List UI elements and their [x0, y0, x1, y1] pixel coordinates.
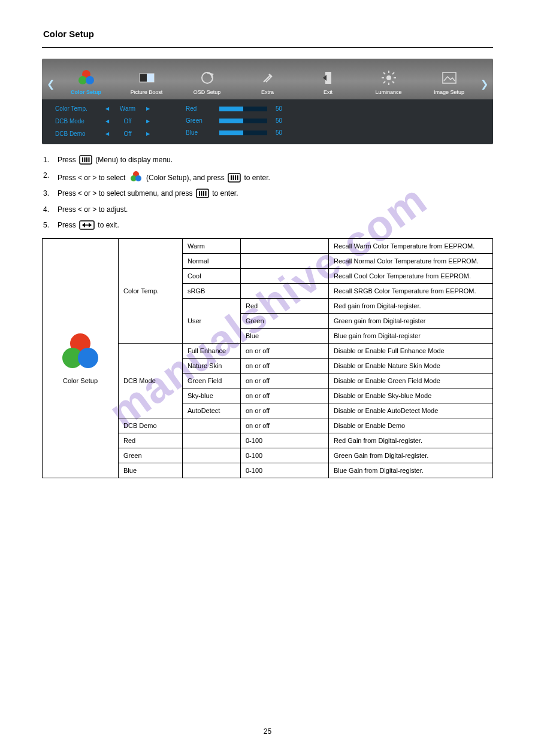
instr-text: Press < or > to adjust.	[58, 205, 128, 214]
cell: Red	[241, 298, 329, 313]
cell: Green Field	[183, 373, 241, 388]
svg-point-1	[78, 76, 87, 84]
svg-point-43	[78, 348, 98, 368]
slider-track[interactable]	[219, 119, 267, 123]
table-icon-cell: Color Setup	[43, 238, 119, 478]
osd-row: Green 50	[186, 117, 282, 124]
svg-line-14	[383, 72, 385, 74]
svg-rect-21	[84, 157, 86, 162]
cell: Recall SRGB Color Temperature from EEPRO…	[329, 283, 493, 298]
cell: on or off	[241, 373, 329, 388]
osd-field-label: Green	[186, 117, 211, 124]
osd-tab-luminance[interactable]: Luminance	[358, 68, 419, 97]
instr-text: Press	[58, 156, 78, 164]
group-name: DCB Mode	[119, 343, 183, 418]
cell: Red Gain from Digital-register.	[329, 433, 493, 448]
cell: Green gain from Digital-register	[329, 313, 493, 328]
instr-text: Press < or > to select	[58, 174, 128, 182]
osd-tab-label: Image Setup	[434, 89, 464, 95]
menu-button-icon	[228, 173, 241, 183]
svg-rect-36	[205, 191, 206, 196]
cell: Disable or Enable Demo	[329, 418, 493, 433]
svg-rect-20	[82, 157, 83, 162]
picture-boost-icon	[139, 68, 155, 88]
cell: Cool	[183, 268, 241, 283]
svg-rect-30	[235, 175, 236, 180]
osd-field-label: DCB Demo	[55, 130, 97, 137]
left-arrow-icon[interactable]: ◀	[105, 119, 109, 124]
svg-rect-31	[237, 175, 238, 180]
right-arrow-icon[interactable]: ▶	[146, 131, 150, 136]
svg-rect-4	[147, 74, 154, 82]
slider-track[interactable]	[219, 130, 267, 135]
instruction-list: 1. Press (Menu) to display menu. 2. Pres…	[43, 155, 493, 230]
group-name: DCB Demo	[119, 418, 183, 433]
osd-tab-exit[interactable]: Exit	[298, 68, 358, 97]
instr-text: to exit.	[98, 221, 119, 229]
cell: on or off	[241, 388, 329, 403]
left-arrow-icon[interactable]: ◀	[105, 131, 109, 136]
color-setup-icon	[56, 332, 104, 372]
color-setup-icon	[76, 68, 96, 88]
osd-field-value: 50	[276, 129, 282, 136]
cell	[183, 463, 241, 478]
svg-rect-22	[86, 157, 87, 162]
table-icon-caption: Color Setup	[47, 377, 113, 384]
instr-text: Press < or > to select submenu, and pres…	[58, 189, 195, 198]
cell: Normal	[183, 253, 241, 268]
cell: Nature Skin	[183, 358, 241, 373]
cell	[183, 448, 241, 463]
osd-tab-extra[interactable]: Extra	[237, 68, 298, 97]
group-name: Blue	[119, 463, 183, 478]
cell: 0-100	[241, 463, 329, 478]
osd-tab-label: OSD Setup	[194, 89, 221, 95]
cell	[183, 418, 241, 433]
osd-row: Blue 50	[186, 129, 282, 136]
osd-body: Color Temp. ◀ Warm ▶ DCB Mode ◀ Off ▶ DC…	[42, 99, 493, 144]
osd-row: DCB Mode ◀ Off ▶	[55, 118, 150, 125]
cell: Blue Gain from Digital-register.	[329, 463, 493, 478]
instr-text: to enter.	[212, 189, 238, 198]
chevron-right-icon: ❯	[479, 78, 489, 97]
cell: Disable or Enable Full Enhance Mode	[329, 343, 493, 358]
group-name: Green	[119, 448, 183, 463]
cell: Recall Normal Color Temperature from EEP…	[329, 253, 493, 268]
section-title: Color Setup	[43, 29, 493, 39]
cell: Sky-blue	[183, 388, 241, 403]
right-arrow-icon[interactable]: ▶	[146, 119, 150, 124]
osd-tab-color-setup[interactable]: Color Setup	[56, 68, 116, 97]
osd-tab-label: Extra	[261, 89, 274, 95]
cell: Disable or Enable AutoDetect Mode	[329, 403, 493, 418]
osd-tab-picture-boost[interactable]: Picture Boost	[116, 68, 177, 97]
osd-tab-image-setup[interactable]: Image Setup	[419, 68, 479, 97]
chevron-left-icon: ❮	[46, 78, 56, 97]
cell: on or off	[241, 403, 329, 418]
slider-track[interactable]	[219, 107, 267, 111]
osd-tab-osd-setup[interactable]: OSD Setup	[177, 68, 237, 97]
right-arrow-icon[interactable]: ▶	[146, 106, 150, 111]
left-arrow-icon[interactable]: ◀	[105, 106, 109, 111]
luminance-icon	[381, 68, 397, 88]
svg-marker-6	[211, 73, 214, 75]
svg-marker-8	[323, 75, 327, 81]
cell: AutoDetect	[183, 403, 241, 418]
osd-field-label: Red	[186, 105, 211, 112]
spec-table: Color Setup Color Temp. Warm Recall Warm…	[42, 238, 493, 478]
image-setup-icon	[442, 68, 457, 88]
svg-rect-19	[80, 156, 92, 164]
cell	[241, 238, 329, 253]
osd-tab-label: Picture Boost	[131, 89, 163, 95]
instr-text: (Color Setup), and press	[146, 174, 226, 182]
svg-line-17	[383, 81, 385, 83]
svg-rect-28	[231, 175, 232, 180]
cell: 0-100	[241, 448, 329, 463]
osd-field-value: 50	[276, 105, 282, 112]
svg-rect-33	[199, 191, 200, 196]
osd-field-value: 50	[276, 117, 282, 124]
svg-point-9	[386, 75, 391, 80]
osd-tab-label: Luminance	[375, 89, 401, 95]
cell: Green	[241, 313, 329, 328]
osd-field-value: Warm	[117, 105, 138, 112]
extra-icon	[261, 68, 274, 88]
svg-rect-27	[228, 174, 240, 182]
